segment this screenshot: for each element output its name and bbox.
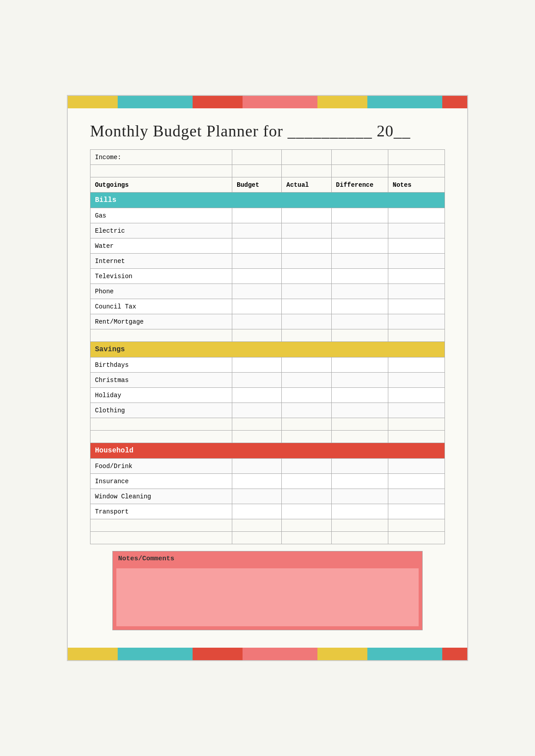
income-notes[interactable] xyxy=(388,150,444,165)
row-electric: Electric xyxy=(91,223,232,238)
notes-section: Notes/Comments xyxy=(112,551,423,630)
row-insurance: Insurance xyxy=(91,474,232,489)
section-household-header: Household xyxy=(91,443,445,459)
row-rent: Rent/Mortgage xyxy=(91,314,232,329)
notes-body[interactable] xyxy=(116,568,419,626)
title-area: Monthly Budget Planner for __________ 20… xyxy=(68,108,467,149)
bar-yellow-1 xyxy=(68,96,118,108)
row-birthdays: Birthdays xyxy=(91,357,232,373)
table-row: Internet xyxy=(91,254,445,269)
row-clothing: Clothing xyxy=(91,403,232,418)
empty-row-1 xyxy=(91,165,445,177)
table-row: Holiday xyxy=(91,388,445,403)
top-color-bar xyxy=(68,96,467,108)
table-row: Television xyxy=(91,269,445,284)
bar-yellow-2 xyxy=(317,96,367,108)
table-row: Gas xyxy=(91,208,445,223)
table-row: Transport xyxy=(91,504,445,519)
bar-bottom-pink-1 xyxy=(243,648,317,660)
table-row: Window Cleaning xyxy=(91,489,445,504)
main-content: Income: Outgoings Budget Actual Differen… xyxy=(68,149,467,648)
table-row: Phone xyxy=(91,284,445,299)
bar-bottom-yellow-2 xyxy=(317,648,367,660)
bar-red-1 xyxy=(193,96,243,108)
bar-bottom-red-1 xyxy=(193,648,243,660)
header-actual: Actual xyxy=(282,177,331,193)
income-difference[interactable] xyxy=(331,150,388,165)
bar-teal-1 xyxy=(118,96,193,108)
empty-row-2 xyxy=(91,329,445,342)
gas-budget[interactable] xyxy=(232,208,282,223)
row-water: Water xyxy=(91,238,232,254)
income-actual[interactable] xyxy=(282,150,331,165)
gas-notes[interactable] xyxy=(388,208,444,223)
table-row: Insurance xyxy=(91,474,445,489)
row-food-drink: Food/Drink xyxy=(91,459,232,474)
section-bills-header: Bills xyxy=(91,193,445,208)
bar-bottom-teal-1 xyxy=(118,648,193,660)
budget-table: Income: Outgoings Budget Actual Differen… xyxy=(90,149,445,544)
table-row: Clothing xyxy=(91,403,445,418)
row-holiday: Holiday xyxy=(91,388,232,403)
gas-actual[interactable] xyxy=(282,208,331,223)
row-christmas: Christmas xyxy=(91,373,232,388)
bar-pink-1 xyxy=(243,96,317,108)
row-gas: Gas xyxy=(91,208,232,223)
bar-teal-2 xyxy=(367,96,442,108)
page: Monthly Budget Planner for __________ 20… xyxy=(67,95,468,661)
empty-row-3 xyxy=(91,418,445,431)
bar-red-2 xyxy=(442,96,467,108)
table-row: Food/Drink xyxy=(91,459,445,474)
bar-bottom-teal-2 xyxy=(367,648,442,660)
header-outgoings: Outgoings xyxy=(91,177,232,193)
bottom-color-bar xyxy=(68,648,467,660)
row-window-cleaning: Window Cleaning xyxy=(91,489,232,504)
row-transport: Transport xyxy=(91,504,232,519)
row-internet: Internet xyxy=(91,254,232,269)
empty-row-4 xyxy=(91,431,445,443)
table-row: Christmas xyxy=(91,373,445,388)
household-label: Household xyxy=(91,443,445,459)
header-notes: Notes xyxy=(388,177,444,193)
page-title: Monthly Budget Planner for __________ 20… xyxy=(90,122,445,140)
empty-row-5 xyxy=(91,519,445,532)
table-row: Rent/Mortgage xyxy=(91,314,445,329)
table-row: Council Tax xyxy=(91,299,445,314)
income-label: Income: xyxy=(91,150,232,165)
row-television: Television xyxy=(91,269,232,284)
table-row: Birthdays xyxy=(91,357,445,373)
bar-bottom-yellow-1 xyxy=(68,648,118,660)
table-row: Electric xyxy=(91,223,445,238)
bar-bottom-red-2 xyxy=(442,648,467,660)
header-budget: Budget xyxy=(232,177,282,193)
table-header-row: Outgoings Budget Actual Difference Notes xyxy=(91,177,445,193)
empty-row-6 xyxy=(91,532,445,544)
header-difference: Difference xyxy=(331,177,388,193)
bills-label: Bills xyxy=(91,193,445,208)
income-row: Income: xyxy=(91,150,445,165)
section-savings-header: Savings xyxy=(91,342,445,357)
row-phone: Phone xyxy=(91,284,232,299)
savings-label: Savings xyxy=(91,342,445,357)
gas-diff[interactable] xyxy=(331,208,388,223)
table-row: Water xyxy=(91,238,445,254)
notes-header: Notes/Comments xyxy=(113,551,422,566)
row-council-tax: Council Tax xyxy=(91,299,232,314)
income-budget[interactable] xyxy=(232,150,282,165)
